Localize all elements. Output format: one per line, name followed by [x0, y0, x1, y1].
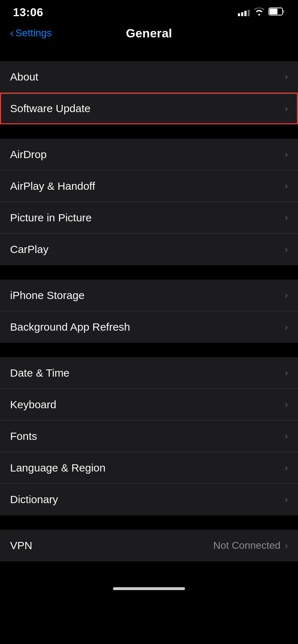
chevron-right-icon: › [285, 367, 288, 378]
chevron-right-icon: › [285, 180, 288, 192]
settings-row-right: › [285, 212, 288, 223]
chevron-right-icon: › [285, 540, 288, 551]
settings-row-background-app-refresh[interactable]: Background App Refresh › [0, 311, 298, 343]
settings-row-right: › [285, 494, 288, 505]
chevron-right-icon: › [285, 431, 288, 442]
settings-row-label: Software Update [10, 102, 90, 115]
chevron-right-icon: › [285, 399, 288, 410]
settings-row-dictionary[interactable]: Dictionary › [0, 484, 298, 515]
section-gap-3 [0, 265, 298, 280]
settings-row-label: Fonts [10, 430, 37, 442]
settings-row-airplay-handoff[interactable]: AirPlay & Handoff › [0, 170, 298, 202]
settings-row-right: › [285, 367, 288, 378]
status-bar: 13:06 [0, 0, 298, 22]
vpn-status: Not Connected [213, 540, 281, 551]
chevron-right-icon: › [285, 244, 288, 255]
settings-group-2: AirDrop › AirPlay & Handoff › Picture in… [0, 139, 298, 265]
chevron-right-icon: › [285, 103, 288, 114]
home-bar [113, 587, 185, 590]
svg-rect-2 [270, 9, 277, 14]
settings-row-language-region[interactable]: Language & Region › [0, 452, 298, 484]
bottom-spacer [0, 561, 298, 583]
back-button[interactable]: ‹ Settings [10, 27, 52, 39]
settings-row-right: › [285, 71, 288, 82]
settings-row-label: iPhone Storage [10, 289, 85, 302]
settings-row-picture-in-picture[interactable]: Picture in Picture › [0, 202, 298, 234]
settings-row-right: › [285, 431, 288, 442]
settings-row-vpn[interactable]: VPN Not Connected › [0, 530, 298, 561]
settings-row-label: Language & Region [10, 462, 105, 474]
settings-row-label: About [10, 71, 38, 83]
settings-row-date-time[interactable]: Date & Time › [0, 357, 298, 389]
chevron-right-icon: › [285, 290, 288, 301]
settings-row-label: Date & Time [10, 367, 69, 379]
signal-icon [238, 8, 250, 16]
nav-header: ‹ Settings General [0, 22, 298, 47]
settings-row-fonts[interactable]: Fonts › [0, 420, 298, 452]
settings-row-right: Not Connected › [213, 540, 288, 551]
settings-row-label: AirDrop [10, 148, 47, 161]
home-indicator [0, 583, 298, 597]
settings-row-right: › [285, 399, 288, 410]
section-gap-2 [0, 124, 298, 139]
chevron-right-icon: › [285, 71, 288, 82]
settings-row-right: › [285, 180, 288, 192]
status-icons [238, 8, 285, 17]
settings-row-keyboard[interactable]: Keyboard › [0, 389, 298, 420]
settings-row-label: Background App Refresh [10, 321, 130, 333]
settings-row-about[interactable]: About › [0, 61, 298, 93]
settings-row-label: Keyboard [10, 399, 56, 411]
settings-row-right: › [285, 462, 288, 473]
page-title: General [126, 26, 172, 40]
chevron-right-icon: › [285, 494, 288, 505]
settings-group-4: Date & Time › Keyboard › Fonts › Languag… [0, 357, 298, 515]
settings-row-right: › [285, 322, 288, 333]
settings-row-label: AirPlay & Handoff [10, 180, 95, 192]
settings-row-right: › [285, 290, 288, 301]
chevron-right-icon: › [285, 462, 288, 473]
settings-row-label: Dictionary [10, 493, 58, 506]
wifi-icon [254, 8, 264, 17]
settings-row-airdrop[interactable]: AirDrop › [0, 139, 298, 170]
back-chevron-icon: ‹ [10, 27, 14, 38]
section-gap-4 [0, 343, 298, 357]
settings-row-carplay[interactable]: CarPlay › [0, 234, 298, 265]
settings-row-label: CarPlay [10, 243, 49, 256]
settings-row-label: Picture in Picture [10, 212, 92, 224]
settings-group-5: VPN Not Connected › [0, 530, 298, 561]
settings-row-label: VPN [10, 539, 32, 552]
settings-group-3: iPhone Storage › Background App Refresh … [0, 280, 298, 343]
status-time: 13:06 [13, 6, 43, 19]
chevron-right-icon: › [285, 322, 288, 333]
settings-row-right: › [285, 103, 288, 114]
settings-row-software-update[interactable]: Software Update › [0, 93, 298, 124]
settings-row-iphone-storage[interactable]: iPhone Storage › [0, 280, 298, 311]
battery-icon [268, 8, 285, 17]
back-label: Settings [15, 27, 52, 39]
chevron-right-icon: › [285, 149, 288, 160]
settings-row-right: › [285, 244, 288, 255]
svg-rect-1 [283, 10, 284, 13]
section-gap-1 [0, 47, 298, 61]
settings-group-1: About › Software Update › [0, 61, 298, 124]
chevron-right-icon: › [285, 212, 288, 223]
section-gap-5 [0, 515, 298, 530]
settings-row-right: › [285, 149, 288, 160]
